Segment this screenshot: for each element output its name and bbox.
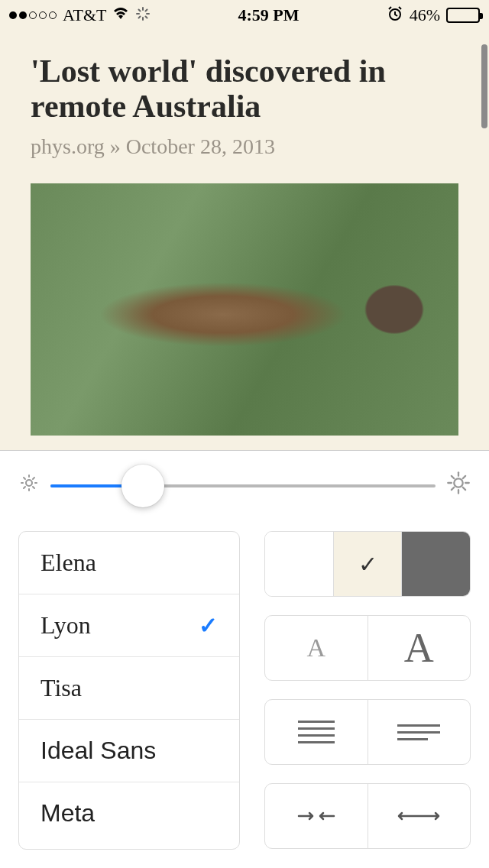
arrows-out-icon	[394, 808, 443, 824]
status-left: AT&T	[9, 5, 151, 25]
carrier-label: AT&T	[63, 5, 106, 25]
svg-line-17	[33, 478, 34, 479]
theme-sepia-button[interactable]: ✓	[334, 532, 403, 596]
font-label: Ideal Sans	[40, 737, 156, 765]
large-a-label: A	[404, 624, 434, 672]
scrollbar[interactable]	[481, 44, 487, 128]
arrows-in-icon	[297, 808, 335, 824]
line-spacing-loose-button[interactable]	[368, 700, 471, 764]
article-content: 'Lost world' discovered in remote Austra…	[0, 31, 489, 436]
svg-point-9	[26, 480, 32, 486]
svg-line-26	[463, 476, 465, 478]
svg-point-18	[454, 478, 462, 487]
margin-narrow-button[interactable]	[265, 784, 368, 848]
battery-icon	[446, 8, 480, 23]
meta-separator: »	[105, 134, 126, 158]
clock: 4:59 PM	[238, 5, 300, 25]
theme-segmented-control: ✓	[264, 531, 471, 597]
wifi-icon	[112, 7, 129, 24]
check-icon: ✓	[199, 612, 218, 639]
svg-line-15	[33, 487, 34, 488]
font-label: Lyon	[40, 611, 91, 640]
reader-settings-panel: Elena Lyon ✓ Tisa Ideal Sans Meta ✓	[0, 450, 489, 868]
svg-line-23	[452, 476, 454, 478]
svg-line-5	[146, 16, 147, 18]
loose-lines-icon	[397, 724, 440, 740]
font-family-list: Elena Lyon ✓ Tisa Ideal Sans Meta	[18, 531, 240, 850]
article-hero-image	[31, 183, 458, 436]
margin-wide-button[interactable]	[368, 784, 471, 848]
font-label: Meta	[40, 799, 95, 828]
font-size-control: A A	[264, 615, 471, 681]
article-source[interactable]: phys.org	[31, 134, 105, 158]
brightness-control	[18, 471, 471, 500]
article-title: 'Lost world' discovered in remote Austra…	[31, 53, 458, 124]
line-spacing-tight-button[interactable]	[265, 700, 368, 764]
svg-line-7	[146, 9, 147, 11]
font-option-tisa[interactable]: Tisa	[19, 657, 239, 720]
margin-width-control	[264, 783, 471, 849]
font-option-ideal-sans[interactable]: Ideal Sans	[19, 720, 239, 782]
font-option-meta[interactable]: Meta	[19, 782, 239, 849]
svg-line-25	[452, 487, 454, 490]
font-label: Tisa	[40, 674, 82, 702]
font-size-decrease-button[interactable]: A	[265, 616, 368, 680]
tight-lines-icon	[298, 721, 335, 743]
brightness-slider[interactable]	[50, 474, 436, 498]
signal-strength-icon	[9, 11, 57, 19]
font-size-increase-button[interactable]: A	[368, 616, 471, 680]
small-a-label: A	[306, 633, 325, 662]
font-option-lyon[interactable]: Lyon ✓	[19, 594, 239, 657]
article-meta: phys.org » October 28, 2013	[31, 134, 458, 159]
svg-line-16	[24, 487, 25, 488]
svg-line-14	[24, 478, 25, 479]
status-bar: AT&T 4:59 PM 46%	[0, 0, 489, 31]
article-date: October 28, 2013	[126, 134, 275, 158]
svg-line-24	[463, 487, 465, 490]
loading-spinner-icon	[135, 6, 151, 25]
brightness-low-icon	[18, 472, 40, 499]
check-icon: ✓	[358, 551, 377, 578]
status-right: 46%	[387, 5, 480, 26]
theme-dark-button[interactable]	[402, 532, 470, 596]
font-label: Elena	[40, 549, 96, 577]
theme-light-button[interactable]	[265, 532, 334, 596]
brightness-high-icon	[446, 471, 471, 500]
line-spacing-control	[264, 699, 471, 765]
brightness-slider-thumb[interactable]	[121, 465, 164, 507]
battery-percent: 46%	[410, 5, 440, 25]
font-option-elena[interactable]: Elena	[19, 532, 239, 594]
alarm-icon	[387, 5, 403, 26]
svg-line-6	[139, 16, 141, 18]
svg-line-4	[139, 9, 141, 11]
